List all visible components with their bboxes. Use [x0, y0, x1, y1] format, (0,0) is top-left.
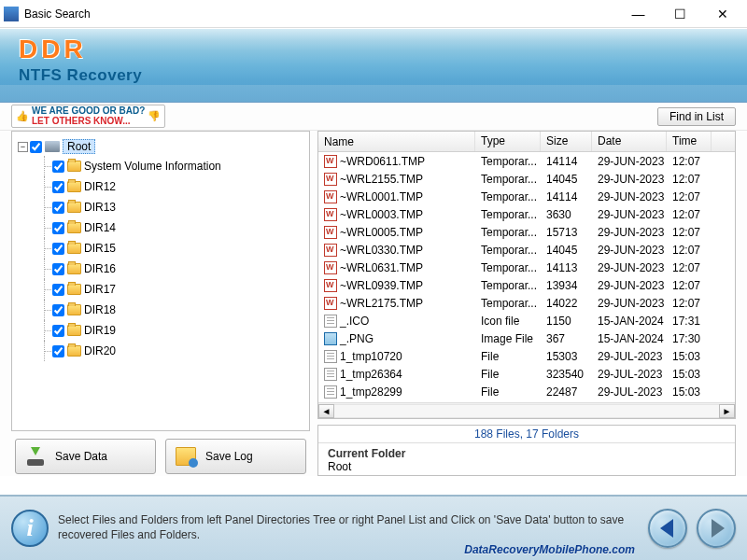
file-time: 15:03	[667, 350, 712, 363]
promo-line1: WE ARE GOOD OR BAD?	[32, 106, 145, 117]
table-row[interactable]: _.ICOIcon file115015-JAN-202417:31	[318, 312, 735, 329]
folder-label: DIR20	[84, 344, 116, 357]
table-row[interactable]: ~WRL0003.TMPTemporar...363029-JUN-202312…	[318, 205, 735, 223]
file-date: 29-JUN-2023	[592, 244, 667, 257]
tree-item[interactable]: DIR13	[44, 197, 307, 217]
folder-checkbox[interactable]	[52, 284, 64, 296]
window-title: Basic Search	[24, 7, 617, 21]
col-size[interactable]: Size	[541, 132, 592, 151]
folder-checkbox[interactable]	[52, 345, 64, 357]
folder-checkbox[interactable]	[52, 304, 64, 316]
thumbs-up-icon: 👍	[16, 111, 29, 122]
table-row[interactable]: ~WRL2155.TMPTemporar...1404529-JUN-20231…	[318, 170, 735, 188]
table-row[interactable]: 1_tmp28299File2248729-JUL-202315:03	[318, 383, 735, 400]
table-row[interactable]: ~WRL0005.TMPTemporar...1571329-JUN-20231…	[318, 223, 735, 241]
file-name: ~WRL2175.TMP	[340, 297, 423, 310]
file-icon	[324, 261, 337, 274]
tree-item[interactable]: DIR12	[44, 176, 307, 197]
table-row[interactable]: ~WRL0631.TMPTemporar...1411329-JUN-20231…	[318, 259, 735, 276]
file-icon	[324, 385, 337, 399]
file-icon	[324, 226, 337, 239]
forward-button[interactable]	[697, 509, 736, 548]
file-size: 22487	[541, 385, 592, 399]
app-subtitle: NTFS Recovery	[19, 66, 728, 85]
file-date: 29-JUN-2023	[592, 279, 667, 292]
tree-panel[interactable]: − Root System Volume InformationDIR12DIR…	[11, 131, 310, 431]
file-size: 14114	[541, 190, 592, 203]
save-log-button[interactable]: Save Log	[165, 439, 306, 474]
table-row[interactable]: 1_tmp10720File1530329-JUL-202315:03	[318, 347, 735, 365]
file-size: 15303	[541, 350, 592, 363]
promo-line2: LET OTHERS KNOW...	[32, 117, 145, 127]
col-date[interactable]: Date	[592, 132, 667, 151]
footer: i Select Files and Folders from left Pan…	[0, 495, 747, 560]
col-name[interactable]: Name	[318, 132, 475, 151]
file-date: 15-JAN-2024	[592, 332, 667, 345]
tree-item[interactable]: DIR18	[44, 300, 307, 320]
file-name: ~WRL2155.TMP	[340, 173, 423, 186]
file-name: ~WRL0631.TMP	[340, 261, 423, 274]
scroll-track[interactable]	[334, 404, 719, 418]
file-type: Temporar...	[475, 297, 541, 310]
tree-root[interactable]: − Root	[18, 137, 307, 156]
folder-checkbox[interactable]	[52, 202, 64, 214]
promo-banner[interactable]: 👍 WE ARE GOOD OR BAD? LET OTHERS KNOW...…	[11, 105, 165, 128]
file-icon	[324, 244, 337, 257]
save-icon	[25, 447, 46, 466]
folder-checkbox[interactable]	[52, 325, 64, 337]
file-time: 12:07	[667, 190, 712, 203]
folder-checkbox[interactable]	[52, 263, 64, 275]
folder-checkbox[interactable]	[52, 161, 64, 173]
table-row[interactable]: ~WRL0330.TMPTemporar...1404529-JUN-20231…	[318, 241, 735, 259]
file-size: 14114	[541, 155, 592, 168]
expand-icon[interactable]: −	[18, 142, 28, 152]
tree-item[interactable]: DIR17	[44, 279, 307, 300]
table-row[interactable]: ~WRL0001.TMPTemporar...1411429-JUN-20231…	[318, 188, 735, 205]
folder-checkbox[interactable]	[52, 243, 64, 255]
folder-checkbox[interactable]	[52, 181, 64, 193]
tree-item[interactable]: DIR14	[44, 217, 307, 238]
close-button[interactable]: ✕	[701, 1, 743, 27]
toolbar: 👍 WE ARE GOOD OR BAD? LET OTHERS KNOW...…	[0, 103, 747, 131]
table-row[interactable]: ~WRL0939.TMPTemporar...1393429-JUN-20231…	[318, 276, 735, 294]
file-icon	[324, 350, 337, 363]
folder-checkbox[interactable]	[52, 222, 64, 234]
file-size: 3630	[541, 208, 592, 221]
banner: DDR NTFS Recovery	[0, 28, 747, 103]
folder-label: DIR17	[84, 283, 116, 296]
table-row[interactable]: _.PNGImage File36715-JAN-202417:30	[318, 329, 735, 347]
tree-item[interactable]: DIR20	[44, 341, 307, 361]
find-in-list-button[interactable]: Find in List	[657, 107, 736, 126]
folder-icon	[67, 222, 81, 233]
file-type: File	[475, 368, 541, 381]
tree-item[interactable]: DIR15	[44, 238, 307, 259]
table-row[interactable]: 1_tmp26364File32354029-JUL-202315:03	[318, 365, 735, 383]
tree-item[interactable]: DIR16	[44, 259, 307, 279]
file-type: Temporar...	[475, 244, 541, 257]
col-time[interactable]: Time	[667, 132, 712, 151]
file-date: 29-JUN-2023	[592, 173, 667, 186]
file-time: 12:07	[667, 155, 712, 168]
titlebar: Basic Search — ☐ ✕	[0, 0, 747, 28]
list-body[interactable]: ~WRD0611.TMPTemporar...1411429-JUN-20231…	[318, 152, 735, 402]
folder-label: DIR14	[84, 221, 116, 234]
back-button[interactable]	[648, 509, 687, 548]
table-row[interactable]: ~WRD0611.TMPTemporar...1411429-JUN-20231…	[318, 152, 735, 170]
horizontal-scrollbar[interactable]: ◄ ►	[318, 402, 735, 418]
root-checkbox[interactable]	[30, 141, 42, 153]
tree-item[interactable]: DIR19	[44, 320, 307, 341]
save-data-button[interactable]: Save Data	[15, 439, 156, 474]
table-row[interactable]: ~WRL2175.TMPTemporar...1402229-JUN-20231…	[318, 294, 735, 312]
scroll-left-button[interactable]: ◄	[318, 404, 334, 418]
col-type[interactable]: Type	[475, 132, 541, 151]
root-label[interactable]: Root	[63, 139, 95, 154]
maximize-button[interactable]: ☐	[659, 1, 701, 27]
tree-item[interactable]: System Volume Information	[44, 156, 307, 176]
minimize-button[interactable]: —	[617, 1, 659, 27]
file-size: 323540	[541, 368, 592, 381]
folder-icon	[67, 345, 81, 357]
scroll-right-button[interactable]: ►	[719, 404, 735, 418]
file-type: Temporar...	[475, 155, 541, 168]
folder-label: DIR19	[84, 324, 116, 337]
list-header[interactable]: Name Type Size Date Time	[318, 132, 735, 152]
